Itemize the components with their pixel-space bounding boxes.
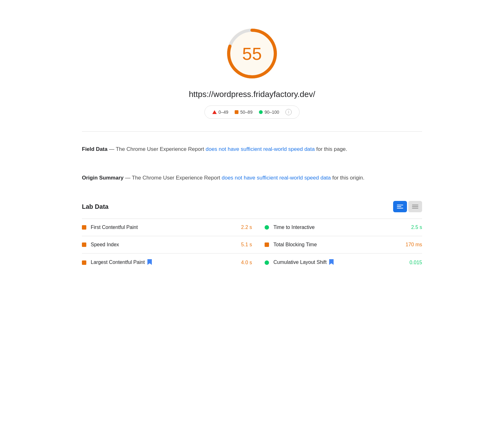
field-data-text: Field Data — The Chrome User Experience … (82, 145, 422, 153)
score-ring: 55 (224, 25, 280, 82)
si-name: Speed Index (91, 242, 226, 248)
compact-view-icon (412, 205, 418, 208)
origin-summary-text1: — The Chrome User Experience Report (123, 175, 221, 181)
metric-row-lcp: Largest Contentful Paint 4.0 s (82, 253, 252, 272)
legend-average-label: 50–89 (240, 110, 253, 115)
metric-row-si: Speed Index 5.1 s (82, 236, 252, 253)
metrics-col-left: First Contentful Paint 2.2 s Speed Index… (82, 219, 252, 272)
metrics-col-right: Time to Interactive 2.5 s Total Blocking… (252, 219, 422, 272)
lab-data-header: Lab Data (82, 201, 422, 212)
tti-value: 2.5 s (400, 225, 422, 230)
legend-item-average: 50–89 (235, 110, 253, 115)
tbt-value: 170 ms (400, 242, 422, 248)
toggle-compact-button[interactable] (408, 201, 422, 212)
field-data-text2: for this page. (315, 146, 347, 152)
lab-data-title: Lab Data (82, 203, 108, 210)
score-url: https://wordpress.fridayfactory.dev/ (189, 89, 315, 99)
origin-summary-section: Origin Summary — The Chrome User Experie… (82, 163, 422, 192)
tbt-name: Total Blocking Time (273, 242, 396, 248)
expanded-view-icon (397, 205, 403, 208)
fcp-name: First Contentful Paint (91, 225, 226, 230)
tbt-indicator (265, 242, 269, 247)
pass-icon (259, 110, 263, 114)
cls-name: Cumulative Layout Shift (273, 259, 396, 266)
score-value: 55 (242, 43, 262, 64)
score-section: 55 https://wordpress.fridayfactory.dev/ … (82, 13, 422, 128)
origin-summary-label: Origin Summary (82, 175, 123, 181)
legend-item-fail: 0–49 (212, 110, 228, 115)
lcp-indicator (82, 260, 86, 265)
metric-row-tti: Time to Interactive 2.5 s (252, 219, 422, 236)
toggle-expanded-button[interactable] (393, 201, 407, 212)
field-data-section: Field Data — The Chrome User Experience … (82, 135, 422, 163)
si-indicator (82, 242, 86, 247)
lab-data-section: Lab Data (82, 192, 422, 278)
metric-row-tbt: Total Blocking Time 170 ms (252, 236, 422, 253)
lcp-value: 4.0 s (230, 260, 252, 265)
fcp-value: 2.2 s (230, 225, 252, 230)
origin-summary-text2: for this origin. (331, 175, 364, 181)
info-button[interactable]: i (285, 109, 292, 115)
lcp-name: Largest Contentful Paint (91, 259, 226, 266)
tti-name: Time to Interactive (273, 225, 396, 230)
view-toggle (393, 201, 422, 212)
field-data-link[interactable]: does not have sufficient real-world spee… (206, 146, 315, 152)
origin-summary-text: Origin Summary — The Chrome User Experie… (82, 174, 422, 182)
score-legend: 0–49 50–89 90–100 i (204, 105, 300, 119)
metric-row-fcp: First Contentful Paint 2.2 s (82, 219, 252, 236)
lcp-bookmark-icon (147, 259, 152, 266)
average-icon (235, 110, 238, 114)
section-divider-1 (82, 131, 422, 132)
cls-value: 0.015 (400, 260, 422, 265)
info-icon: i (288, 110, 289, 114)
field-data-label: Field Data (82, 146, 107, 152)
metric-row-cls: Cumulative Layout Shift 0.015 (252, 253, 422, 272)
fail-icon (212, 110, 217, 114)
legend-pass-label: 90–100 (265, 110, 279, 115)
fcp-indicator (82, 225, 86, 230)
si-value: 5.1 s (230, 242, 252, 248)
cls-indicator (265, 260, 269, 265)
origin-summary-link[interactable]: does not have sufficient real-world spee… (222, 175, 331, 181)
legend-fail-label: 0–49 (219, 110, 228, 115)
legend-item-pass: 90–100 (259, 110, 279, 115)
field-data-text1: — The Chrome User Experience Report (107, 146, 205, 152)
tti-indicator (265, 225, 269, 230)
cls-bookmark-icon (329, 259, 334, 266)
metrics-grid: First Contentful Paint 2.2 s Speed Index… (82, 219, 422, 272)
